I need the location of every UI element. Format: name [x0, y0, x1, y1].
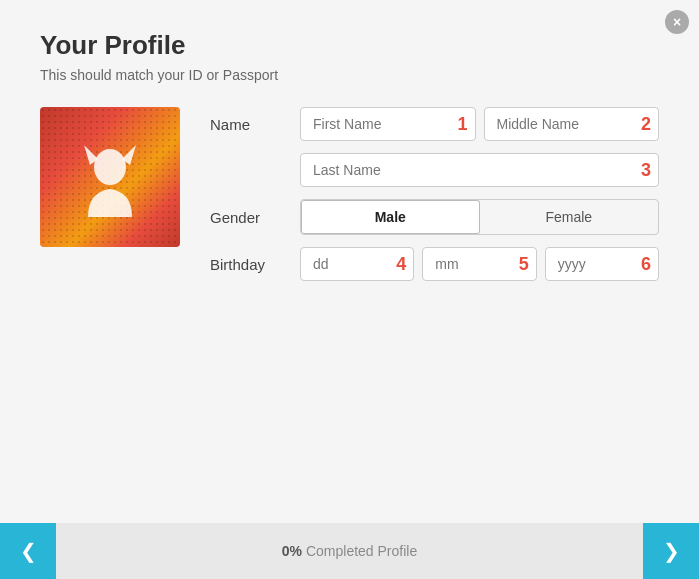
page-subtitle: This should match your ID or Passport	[40, 67, 659, 83]
name-row: Name 1 2	[210, 107, 659, 141]
dd-wrap: 4	[300, 247, 414, 281]
next-button[interactable]: ❯	[643, 523, 699, 579]
birthday-label: Birthday	[210, 256, 290, 273]
progress-percent: 0%	[282, 543, 302, 559]
close-button[interactable]: ×	[665, 10, 689, 34]
name-label: Name	[210, 116, 290, 133]
gender-group: Male Female	[300, 199, 659, 235]
prev-icon: ❮	[20, 539, 37, 563]
last-name-wrap: 3	[300, 153, 659, 187]
middle-name-wrap: 2	[484, 107, 660, 141]
page-title: Your Profile	[40, 30, 659, 61]
birthday-mm-input[interactable]	[422, 247, 536, 281]
gender-row: Gender Male Female	[210, 199, 659, 235]
name-inputs: 1 2	[300, 107, 659, 141]
birthday-group: 4 5 6	[300, 247, 659, 281]
mm-wrap: 5	[422, 247, 536, 281]
profile-section: Name 1 2	[40, 107, 659, 281]
avatar	[40, 107, 180, 247]
avatar-silhouette	[80, 137, 140, 217]
prev-button[interactable]: ❮	[0, 523, 56, 579]
first-name-wrap: 1	[300, 107, 476, 141]
gender-male-button[interactable]: Male	[301, 200, 480, 234]
modal-content: × Your Profile This should match your ID…	[0, 0, 699, 523]
last-name-input[interactable]	[300, 153, 659, 187]
gender-label: Gender	[210, 209, 290, 226]
gender-female-button[interactable]: Female	[480, 200, 659, 234]
avatar-image	[40, 107, 180, 247]
svg-point-0	[94, 149, 126, 185]
yyyy-wrap: 6	[545, 247, 659, 281]
first-name-input[interactable]	[300, 107, 476, 141]
next-icon: ❯	[663, 539, 680, 563]
progress-text: 0% Completed Profile	[282, 543, 417, 559]
last-name-row: 3	[210, 153, 659, 187]
form-area: Name 1 2	[210, 107, 659, 281]
profile-modal: × Your Profile This should match your ID…	[0, 0, 699, 579]
birthday-yyyy-input[interactable]	[545, 247, 659, 281]
progress-label: Completed Profile	[306, 543, 417, 559]
birthday-dd-input[interactable]	[300, 247, 414, 281]
birthday-row: Birthday 4 5 6	[210, 247, 659, 281]
footer: ❮ 0% Completed Profile ❯	[0, 523, 699, 579]
middle-name-input[interactable]	[484, 107, 660, 141]
